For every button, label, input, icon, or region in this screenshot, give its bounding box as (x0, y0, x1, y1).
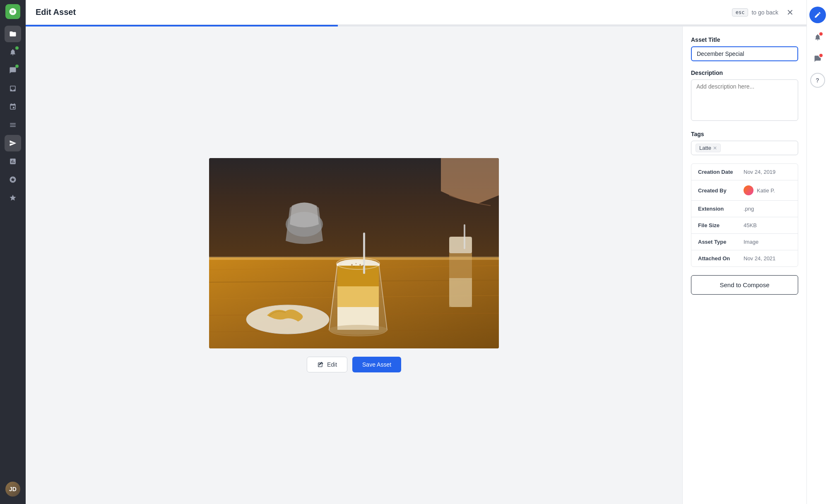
header-actions: esc to go back ✕ (732, 6, 797, 19)
tags-field-label: Tags (691, 131, 798, 137)
bell-icon (814, 34, 821, 41)
edit-pencil-icon (814, 11, 821, 19)
title-field-group: Asset Title (691, 36, 798, 61)
metadata-value-asset-type: Image (744, 239, 758, 245)
tag-latte: Latte ✕ (696, 144, 721, 152)
svg-point-25 (354, 266, 355, 267)
metadata-key-created-by: Created By (698, 187, 744, 194)
edit-button[interactable]: Edit (307, 357, 347, 372)
asset-image (209, 158, 499, 348)
esc-hint: esc to go back (732, 8, 778, 17)
svg-point-23 (356, 263, 357, 264)
sidebar-item-compose[interactable] (5, 135, 21, 151)
sidebar-item-assets[interactable] (5, 26, 21, 42)
svg-point-24 (359, 264, 361, 266)
metadata-value-creation-date: Nov 24, 2019 (744, 169, 775, 175)
image-actions: Edit Save Asset (209, 357, 499, 372)
right-sidebar: ? (806, 0, 828, 504)
svg-rect-17 (337, 286, 379, 307)
creator-avatar (744, 185, 753, 195)
svg-point-26 (362, 265, 364, 266)
sidebar-item-notifications[interactable] (5, 44, 21, 60)
svg-point-22 (351, 264, 353, 266)
close-button[interactable]: ✕ (783, 6, 797, 19)
tags-field-group: Tags Latte ✕ (691, 131, 798, 155)
title-field-label: Asset Title (691, 36, 798, 43)
notification-badge (15, 46, 19, 50)
image-area: Edit Save Asset (26, 26, 682, 504)
svg-rect-10 (449, 237, 472, 253)
user-avatar[interactable]: JD (5, 482, 20, 497)
metadata-row-creation-date: Creation Date Nov 24, 2019 (691, 164, 798, 180)
sidebar-item-pins[interactable] (5, 98, 21, 115)
main-content: Edit Asset esc to go back ✕ (26, 0, 806, 504)
svg-point-20 (328, 325, 388, 335)
edit-button-label: Edit (327, 361, 337, 368)
edit-icon (317, 361, 324, 368)
notification-icon-right[interactable] (810, 30, 825, 45)
right-panel: Asset Title Description Tags Latte ✕ (682, 26, 806, 504)
sidebar-item-messages[interactable] (5, 62, 21, 79)
svg-rect-12 (449, 278, 472, 307)
metadata-row-file-size: File Size 45KB (691, 217, 798, 234)
metadata-value-attached-on: Nov 24, 2021 (744, 255, 775, 262)
tags-container[interactable]: Latte ✕ (691, 141, 798, 155)
sidebar-item-lists[interactable] (5, 117, 21, 133)
description-textarea[interactable] (691, 79, 798, 121)
esc-key-badge: esc (732, 8, 749, 17)
description-field-group: Description (691, 70, 798, 122)
avatar-image: JD (5, 482, 20, 497)
sidebar-item-inbox[interactable] (5, 80, 21, 97)
metadata-key-creation-date: Creation Date (698, 169, 744, 175)
svg-rect-16 (337, 266, 379, 286)
metadata-row-asset-type: Asset Type Image (691, 234, 798, 250)
comment-bubble-icon (814, 55, 821, 62)
save-asset-button[interactable]: Save Asset (352, 357, 401, 372)
tag-remove-button[interactable]: ✕ (713, 146, 717, 151)
metadata-key-asset-type: Asset Type (698, 239, 744, 245)
metadata-row-created-by: Created By Katie P. (691, 180, 798, 201)
metadata-value-extension: .png (744, 206, 754, 212)
description-field-label: Description (691, 70, 798, 76)
metadata-row-attached-on: Attached On Nov 24, 2021 (691, 250, 798, 266)
metadata-row-extension: Extension .png (691, 201, 798, 217)
help-icon-right[interactable]: ? (810, 73, 825, 88)
svg-rect-21 (363, 233, 365, 274)
metadata-table: Creation Date Nov 24, 2019 Created By Ka… (691, 163, 798, 267)
go-back-label: to go back (751, 9, 778, 16)
app-logo[interactable] (5, 4, 20, 19)
tag-label: Latte (699, 145, 711, 151)
messages-badge (15, 65, 19, 68)
image-container: Edit Save Asset (209, 158, 499, 372)
title-input[interactable] (691, 46, 798, 61)
metadata-value-file-size: 45KB (744, 222, 757, 228)
left-sidebar: JD (0, 0, 26, 504)
svg-rect-13 (464, 224, 465, 249)
metadata-key-file-size: File Size (698, 222, 744, 228)
send-to-compose-button[interactable]: Send to Compose (691, 275, 798, 295)
page-title: Edit Asset (36, 7, 76, 17)
svg-rect-29 (209, 257, 499, 260)
metadata-key-attached-on: Attached On (698, 255, 744, 262)
comments-icon-right[interactable] (810, 51, 825, 66)
sidebar-item-analytics[interactable] (5, 153, 21, 170)
sidebar-item-stars[interactable] (5, 190, 21, 206)
sidebar-item-reports[interactable] (5, 171, 21, 188)
page-header: Edit Asset esc to go back ✕ (26, 0, 806, 25)
metadata-value-created-by: Katie P. (744, 185, 775, 195)
compose-action-icon[interactable] (809, 7, 826, 23)
metadata-key-extension: Extension (698, 206, 744, 212)
content-area: Edit Save Asset Asset Title Description … (26, 26, 806, 504)
